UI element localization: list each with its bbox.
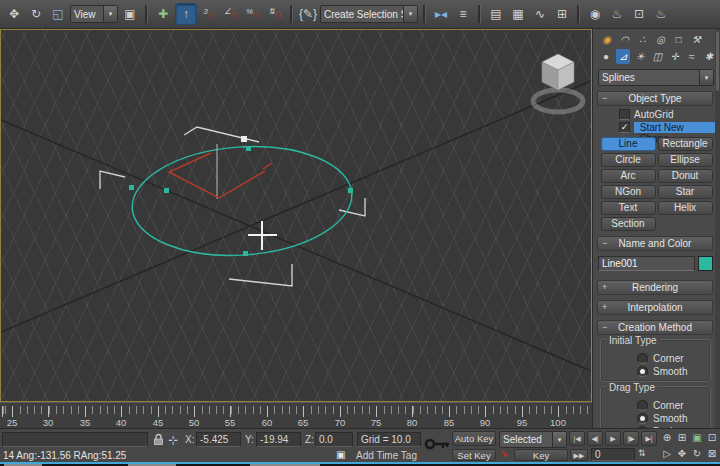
rollout-rendering[interactable]: + Rendering (597, 280, 713, 295)
play-button[interactable]: ▶ (605, 431, 621, 446)
select-and-manipulate-button[interactable]: ✚ (153, 4, 173, 24)
align-button[interactable]: ≡ (453, 4, 473, 24)
rollout-object-type[interactable]: − Object Type (597, 91, 713, 106)
transform-gizmo-icon[interactable]: ⊹ (168, 433, 178, 447)
key-mode-toggle-button[interactable]: ▶▶ (570, 449, 588, 461)
next-frame-button[interactable]: |▶ (623, 431, 639, 446)
spline-vertex[interactable] (348, 188, 353, 193)
tab-create[interactable]: ◉ (599, 32, 614, 47)
set-key-button[interactable]: Set Key (452, 449, 496, 461)
initial-type-smooth-radio[interactable] (637, 366, 648, 377)
spline-vertex[interactable] (164, 188, 169, 193)
schematic-view-button[interactable]: ⊞ (552, 4, 572, 24)
spline-vertex[interactable] (246, 146, 251, 151)
category-lights[interactable]: ☀ (633, 49, 647, 64)
render-setup-button[interactable]: ♨ (607, 4, 627, 24)
key-filters-button[interactable]: Key Filters... (514, 449, 568, 461)
spline-vertex[interactable] (243, 251, 248, 256)
spinner-snap-button[interactable]: ⇅∩ (265, 4, 285, 24)
category-systems[interactable]: ✱ (702, 49, 716, 64)
walk-through-button[interactable]: ▷ (660, 448, 674, 460)
start-new-shape-checkbox[interactable]: ✓ (619, 122, 630, 133)
curve-editor-button[interactable]: ∿ (530, 4, 550, 24)
go-to-start-button[interactable]: |◀ (569, 431, 585, 446)
perspective-viewport[interactable] (0, 29, 592, 402)
rendered-frame-window-button[interactable]: ⊡ (629, 4, 649, 24)
initial-type-corner-radio[interactable] (637, 353, 648, 364)
zoom-region-button[interactable]: ⊡ (705, 431, 719, 445)
render-production-button[interactable]: ♨ (651, 4, 671, 24)
panel-scrollbar[interactable] (715, 29, 720, 428)
shape-button-star[interactable]: Star (658, 185, 713, 199)
shape-button-ngon[interactable]: NGon (601, 185, 656, 199)
orbit-button[interactable]: ↻ (690, 448, 704, 460)
keyboard-shortcut-override-button[interactable]: ↑ (175, 3, 197, 25)
zoom-extents-button[interactable]: ▣ (690, 431, 704, 445)
scrollbar-thumb[interactable] (716, 31, 719, 91)
drag-type-corner-radio[interactable] (637, 400, 648, 411)
select-and-move-button[interactable]: ✥ (4, 4, 24, 24)
spline-vertex[interactable] (129, 185, 134, 190)
current-frame-field[interactable]: 0 (591, 448, 635, 461)
graphite-modeling-button[interactable]: ▦ (508, 4, 528, 24)
z-coordinate-field[interactable]: 0.0 (315, 432, 353, 447)
edit-named-selection-sets-button[interactable]: {✎} (298, 4, 318, 24)
select-and-rotate-button[interactable]: ↻ (26, 4, 46, 24)
category-geometry[interactable]: ● (599, 49, 613, 64)
track-bar[interactable]: 25 30 35 40 45 50 55 60 65 70 75 80 85 9… (0, 402, 592, 429)
shape-button-text[interactable]: Text (601, 201, 656, 215)
key-selection-dropdown[interactable]: Selected ▾ (499, 431, 567, 448)
tab-hierarchy[interactable]: ∴ (635, 32, 650, 47)
angle-snap-button[interactable]: ∠∩ (221, 4, 241, 24)
drag-type-smooth-radio[interactable] (637, 413, 648, 424)
object-name-field[interactable]: Line001 (598, 256, 695, 271)
set-keys-key-icon[interactable] (424, 435, 450, 453)
mirror-button[interactable]: ▸◂ (431, 4, 451, 24)
shape-button-section[interactable]: Section (601, 217, 656, 231)
go-to-end-button[interactable]: ▶| (641, 431, 657, 446)
shape-button-circle[interactable]: Circle (601, 153, 656, 167)
shape-button-donut[interactable]: Donut (658, 169, 713, 183)
spline-first-vertex[interactable] (241, 136, 247, 142)
use-pivot-center-button[interactable]: ▣ (120, 4, 140, 24)
material-editor-button[interactable]: ◉ (585, 4, 605, 24)
tab-display[interactable]: □ (671, 32, 686, 47)
autogrid-checkbox[interactable] (619, 109, 630, 120)
object-color-swatch[interactable] (698, 256, 713, 271)
tab-modify[interactable]: ◠ (617, 32, 632, 47)
snap-toggle-3d-button[interactable]: 3∩ (199, 4, 219, 24)
frame-spinner[interactable]: ⇅ (638, 448, 646, 458)
select-and-scale-button[interactable]: ◱ (48, 4, 68, 24)
named-selection-set-dropdown[interactable]: Create Selection Se ▾ (320, 5, 418, 23)
rollout-creation-method[interactable]: − Creation Method (597, 320, 713, 335)
shape-button-ellipse[interactable]: Ellipse (658, 153, 713, 167)
auto-key-button[interactable]: Auto Key (452, 431, 496, 446)
category-cameras[interactable]: ◫ (650, 49, 664, 64)
maximize-viewport-button[interactable]: ⊠ (705, 448, 719, 460)
reference-coordinate-dropdown[interactable]: View ▾ (70, 5, 118, 23)
percent-snap-button[interactable]: %∩ (243, 4, 263, 24)
start-new-shape-label[interactable]: Start New Shape (634, 122, 720, 133)
selection-lock-icon[interactable] (153, 433, 164, 446)
shape-button-rectangle[interactable]: Rectangle (658, 137, 713, 151)
previous-frame-button[interactable]: ◀| (587, 431, 603, 446)
shape-button-line[interactable]: Line (601, 137, 656, 151)
tab-utilities[interactable]: ⚒ (689, 32, 704, 47)
viewcube[interactable] (529, 44, 587, 120)
shape-button-arc[interactable]: Arc (601, 169, 656, 183)
shape-button-helix[interactable]: Helix (658, 201, 713, 215)
rollout-name-and-color[interactable]: − Name and Color (597, 236, 713, 251)
zoom-all-button[interactable]: ⊞ (675, 431, 689, 445)
pan-view-button[interactable]: ✥ (675, 448, 689, 460)
line-spline-curve[interactable] (129, 139, 356, 262)
tab-motion[interactable]: ◎ (653, 32, 668, 47)
status-toggle-icon[interactable]: ▣ (336, 449, 345, 460)
zoom-button[interactable]: ⊕ (660, 431, 674, 445)
category-spacewarps[interactable]: ≈ (685, 49, 699, 64)
layer-manager-button[interactable]: ▤ (486, 4, 506, 24)
shape-category-dropdown[interactable]: Splines ▾ (598, 69, 714, 86)
x-coordinate-field[interactable]: -5.425 (196, 432, 241, 447)
viewcube-ring[interactable] (533, 90, 583, 112)
category-shapes[interactable]: ⊿ (616, 49, 630, 64)
key-tangent-icon[interactable]: ∿ (500, 448, 508, 459)
